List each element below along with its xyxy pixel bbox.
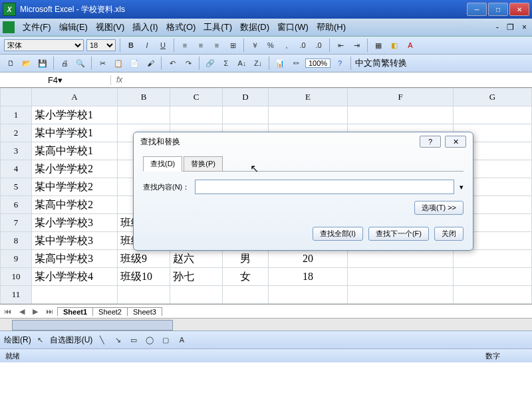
row-header[interactable]: 11 xyxy=(1,286,32,304)
cell[interactable] xyxy=(454,250,532,268)
cell[interactable]: 某中学学校2 xyxy=(32,178,118,196)
cell[interactable] xyxy=(269,286,348,304)
row-header[interactable]: 8 xyxy=(1,232,32,250)
cell[interactable]: 某中学学校1 xyxy=(32,124,118,142)
find-input[interactable] xyxy=(195,180,454,194)
menu-data[interactable]: 数据(D) xyxy=(236,20,273,35)
underline-button[interactable]: U xyxy=(156,39,170,52)
options-button[interactable]: 选项(T) >> xyxy=(414,201,464,215)
col-header[interactable]: B xyxy=(118,88,170,106)
chart-button[interactable]: 📊 xyxy=(273,57,287,70)
col-header[interactable]: F xyxy=(348,88,454,106)
name-box[interactable]: F4 ▾ xyxy=(0,75,111,85)
cell[interactable]: 男 xyxy=(223,250,269,268)
draw-menu[interactable]: 绘图(R) xyxy=(4,334,31,346)
maximize-button[interactable]: □ xyxy=(488,3,508,16)
dropdown-icon[interactable]: ▾ xyxy=(460,183,464,192)
format-painter-button[interactable]: 🖌 xyxy=(144,57,157,70)
cell[interactable] xyxy=(454,268,532,286)
fill-color-button[interactable]: ◧ xyxy=(388,39,401,52)
col-header[interactable]: D xyxy=(223,88,269,106)
sort-desc-button[interactable]: Z↓ xyxy=(251,57,265,70)
cell[interactable]: 女 xyxy=(223,268,269,286)
rectangle-button[interactable]: ▭ xyxy=(127,333,140,346)
borders-button[interactable]: ▦ xyxy=(372,39,385,52)
select-objects-button[interactable]: ↖ xyxy=(34,333,47,346)
menu-window[interactable]: 窗口(W) xyxy=(273,20,313,35)
fx-icon[interactable]: fx xyxy=(111,75,128,84)
sort-asc-button[interactable]: A↓ xyxy=(235,57,249,70)
sheet-tab[interactable]: Sheet2 xyxy=(92,307,128,316)
menu-help[interactable]: 帮助(H) xyxy=(313,20,350,35)
redo-button[interactable]: ↷ xyxy=(182,57,195,70)
tab-nav-prev[interactable]: ◀ xyxy=(15,307,29,316)
font-color-button[interactable]: A xyxy=(404,39,417,52)
cell[interactable]: 班级9 xyxy=(118,250,170,268)
close-button[interactable]: ✕ xyxy=(509,3,529,16)
col-header[interactable]: E xyxy=(269,88,348,106)
cell[interactable]: 某高中学校1 xyxy=(32,142,118,160)
bold-button[interactable]: B xyxy=(124,39,138,52)
undo-button[interactable]: ↶ xyxy=(166,57,179,70)
sheet-tab[interactable]: Sheet1 xyxy=(57,307,93,316)
merge-button[interactable]: ⊞ xyxy=(226,39,239,52)
print-button[interactable]: 🖨 xyxy=(58,57,71,70)
row-header[interactable]: 7 xyxy=(1,214,32,232)
cell[interactable]: 某中学学校3 xyxy=(32,232,118,250)
row-header[interactable]: 6 xyxy=(1,196,32,214)
cell[interactable] xyxy=(348,106,454,124)
row-header[interactable]: 5 xyxy=(1,178,32,196)
col-header[interactable]: G xyxy=(454,88,532,106)
dialog-help-button[interactable]: ? xyxy=(420,136,441,148)
cell[interactable]: 赵六 xyxy=(170,250,223,268)
cell[interactable] xyxy=(170,286,223,304)
tab-replace[interactable]: 替换(P) xyxy=(184,156,223,171)
cell[interactable]: 某小学学校2 xyxy=(32,160,118,178)
select-all[interactable] xyxy=(1,88,32,106)
row-header[interactable]: 9 xyxy=(1,250,32,268)
cell[interactable] xyxy=(223,286,269,304)
copy-button[interactable]: 📋 xyxy=(112,57,125,70)
row-header[interactable]: 3 xyxy=(1,142,32,160)
dec-indent-button[interactable]: ⇤ xyxy=(334,39,347,52)
menu-edit[interactable]: 编辑(E) xyxy=(55,20,92,35)
menu-view[interactable]: 视图(V) xyxy=(92,20,128,35)
cell[interactable]: 某小学学校4 xyxy=(32,268,118,286)
menu-insert[interactable]: 插入(I) xyxy=(128,20,162,35)
menu-file[interactable]: 文件(F) xyxy=(19,20,55,35)
drawing-button[interactable]: ✏ xyxy=(289,57,303,70)
cell[interactable]: 某小学学校1 xyxy=(32,106,118,124)
zoom-select[interactable]: 100% xyxy=(305,59,331,68)
sheet-tab[interactable]: Sheet3 xyxy=(127,307,162,316)
tab-nav-last[interactable]: ⏭ xyxy=(42,307,57,315)
arrow-button[interactable]: ↘ xyxy=(111,333,124,346)
dec-decimal-button[interactable]: .0 xyxy=(312,39,325,52)
autosum-button[interactable]: Σ xyxy=(219,57,233,70)
italic-button[interactable]: I xyxy=(140,39,154,52)
open-button[interactable]: 📂 xyxy=(20,57,33,70)
cell[interactable] xyxy=(32,286,118,304)
cell[interactable]: 班级10 xyxy=(118,268,170,286)
cell[interactable] xyxy=(454,286,532,304)
menu-format[interactable]: 格式(O) xyxy=(162,20,200,35)
doc-minimize-button[interactable]: - xyxy=(493,23,501,32)
help-button[interactable]: ? xyxy=(333,57,346,70)
cell[interactable]: 18 xyxy=(269,268,348,286)
doc-restore-button[interactable]: ❐ xyxy=(504,23,517,32)
cell[interactable]: 孙七 xyxy=(170,268,223,286)
h-scrollbar[interactable] xyxy=(0,318,532,331)
cell[interactable] xyxy=(223,106,269,124)
wordart-button[interactable]: A xyxy=(175,333,188,346)
preview-button[interactable]: 🔍 xyxy=(74,57,87,70)
cell[interactable] xyxy=(348,268,454,286)
autoshapes-menu[interactable]: 自选图形(U) xyxy=(50,334,93,346)
align-right-button[interactable]: ≡ xyxy=(210,39,223,52)
cell[interactable] xyxy=(454,106,532,124)
cut-button[interactable]: ✂ xyxy=(96,57,109,70)
currency-button[interactable]: ￥ xyxy=(248,39,261,52)
tab-find[interactable]: 查找(D) xyxy=(143,156,182,172)
inc-indent-button[interactable]: ⇥ xyxy=(350,39,363,52)
cell[interactable] xyxy=(118,106,170,124)
align-center-button[interactable]: ≡ xyxy=(194,39,207,52)
new-button[interactable]: 🗋 xyxy=(4,57,17,70)
